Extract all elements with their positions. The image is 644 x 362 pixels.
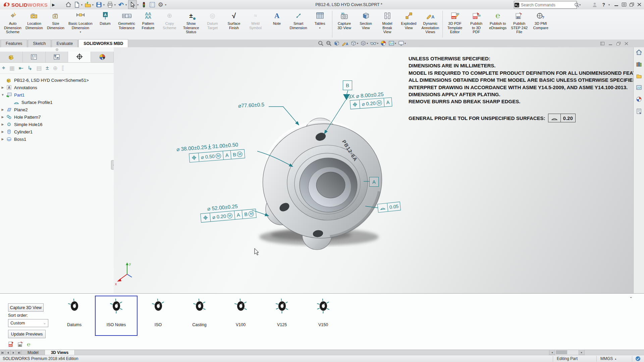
scrollbar-thumb[interactable] [556, 350, 567, 354]
rebuild-icon[interactable] [140, 1, 148, 9]
view-thumbnail-v150[interactable]: V150 [303, 296, 344, 336]
nav-prev-icon[interactable] [5, 350, 11, 355]
display-style-icon[interactable]: ▾ [360, 40, 368, 46]
capture-3d-view-button[interactable]: Capture 3D View [8, 303, 44, 312]
model-break-view-button[interactable]: ModelBreakView [377, 10, 398, 40]
hide-items-icon[interactable]: ▾ [370, 41, 378, 46]
tolerance-status-icon[interactable]: ± [46, 65, 49, 71]
print-icon[interactable] [106, 1, 114, 9]
scroll-right-icon[interactable]: ▸ [579, 350, 585, 355]
auto-dimension-icon[interactable]: ⌖ [2, 65, 5, 71]
view-palette-icon[interactable] [636, 85, 642, 92]
tree-item-part1[interactable]: ▼Part1 [0, 91, 114, 99]
show-tolerance-status-button[interactable]: ±◉ShowToleranceStatus [180, 10, 202, 40]
location-dimension-button[interactable]: xxxLocationDimension [23, 10, 45, 40]
edrawings-small-icon[interactable]: ℮ [27, 341, 30, 349]
save-icon[interactable] [95, 1, 103, 9]
basic-location-dimension-button[interactable]: Basic LocationDimension▾ [66, 10, 95, 40]
dynamic-annotation-views-button[interactable]: ADynamicAnnotationViews [420, 10, 441, 40]
dynamic-annotation-icon[interactable]: A [342, 40, 348, 46]
user-account-icon[interactable] [591, 1, 599, 8]
note-button[interactable]: ANote [266, 10, 288, 40]
dimxpert-tab-icon[interactable] [68, 52, 91, 62]
tree-expand-icon[interactable]: ▼ [0, 93, 5, 97]
undo-icon[interactable]: ↶ [117, 1, 125, 9]
minimize-button[interactable] [614, 2, 619, 8]
search-input[interactable] [520, 3, 574, 7]
tree-expand-icon[interactable]: ▶ [0, 137, 5, 141]
datum-a[interactable]: A [369, 177, 379, 187]
dimension-icon[interactable]: ⇤ [19, 65, 23, 72]
tab-evaluate[interactable]: Evaluate [52, 40, 78, 47]
panel-collapse-icon[interactable]: ⌄ [629, 294, 633, 299]
view-thumbnail-iso[interactable]: ISO [138, 296, 179, 336]
publish-to-3d-pdf-button[interactable]: PDF3DPublishto 3DPDF [466, 10, 487, 40]
dropdown-caret-icon[interactable]: ▾ [81, 3, 83, 6]
dropdown-caret-icon[interactable]: ▾ [114, 3, 116, 6]
new-document-icon[interactable] [73, 1, 81, 9]
split-window-button[interactable] [622, 2, 626, 8]
nav-last-icon[interactable] [16, 350, 21, 355]
view-thumbnail-casting[interactable]: Casting [179, 296, 220, 336]
search-icon[interactable] [574, 1, 579, 9]
doc-restore-icon[interactable] [616, 41, 621, 47]
pmi-compare-button[interactable]: ?3D PMICompare [530, 10, 551, 40]
dropdown-caret-icon[interactable]: ▾ [137, 3, 139, 6]
size-dimension-button[interactable]: -xxxSizeDimension [45, 10, 66, 40]
tree-item-hole-pattern7[interactable]: ▶Hole Pattern7 [0, 113, 114, 121]
edit-appearance-icon[interactable] [380, 40, 386, 46]
units-selector[interactable]: MMGS▴ [600, 356, 616, 361]
dropdown-caret-icon[interactable]: ▾ [125, 3, 127, 6]
tree-item-annotations[interactable]: ▶AAnnotations [0, 84, 114, 91]
tab-3d-views[interactable]: 3D Views [45, 350, 75, 355]
custom-properties-icon[interactable] [636, 108, 642, 116]
pdf-template-editor-button[interactable]: PDF3D3D PDFTemplateEditor [444, 10, 466, 40]
nav-first-icon[interactable] [0, 350, 5, 355]
view-orientation-icon[interactable]: ▾ [351, 40, 358, 46]
tree-item-plane2[interactable]: ▶Plane2 [0, 106, 114, 113]
close-button[interactable] [637, 2, 641, 8]
options-gear-icon[interactable]: ⚙ [157, 1, 165, 9]
datum-button[interactable]: ADatum [95, 10, 116, 40]
dropdown-caret-icon[interactable]: ▾ [165, 3, 166, 6]
displaymanager-tab-icon[interactable] [46, 52, 68, 62]
view-thumbnail-v100[interactable]: V100 [220, 296, 261, 336]
sort-order-select[interactable]: Custom⌄ [8, 319, 48, 327]
leader-icon[interactable]: ↳ [28, 65, 32, 72]
tab-model[interactable]: Model [21, 350, 45, 355]
tables-button[interactable]: Tables▾ [309, 10, 331, 40]
tab-features[interactable]: Features [1, 40, 27, 47]
zoom-fit-icon[interactable] [318, 40, 324, 46]
exploded-view-button[interactable]: ExplodedView [398, 10, 420, 40]
scroll-left-icon[interactable]: ◂ [549, 350, 555, 355]
view-settings-icon[interactable]: ▾ [398, 41, 406, 46]
apply-scene-icon[interactable]: ▾ [388, 41, 396, 46]
datum-b[interactable]: B [343, 80, 352, 90]
section-view-button[interactable]: SectionView [355, 10, 377, 40]
tree-expand-icon[interactable]: ▶ [0, 115, 5, 119]
geometric-tolerance-button[interactable]: 0.3GeometricTolerance [116, 10, 138, 40]
tree-expand-icon[interactable]: ▶ [0, 86, 5, 89]
hole-pattern-dimension[interactable]: 3X ⌀ 8.00±0.25 ⌀ 0.20MA [348, 91, 392, 110]
update-previews-button[interactable]: Update Previews [8, 330, 46, 338]
menu-expand-icon[interactable]: ▶ [52, 3, 55, 7]
capture-3d-view-button[interactable]: 3DCapture3D View [334, 10, 355, 40]
status-tag-icon[interactable] [635, 356, 641, 362]
doc-split-icon[interactable] [600, 41, 604, 47]
dropdown-caret-icon[interactable]: ▾ [92, 3, 94, 6]
taskpane-home-icon[interactable] [636, 49, 642, 57]
dropdown-caret-icon[interactable]: ▾ [103, 3, 105, 6]
home-icon[interactable] [64, 1, 72, 9]
auto-dimension-scheme-button[interactable]: ⌖ϟAutoDimensionScheme [2, 10, 23, 40]
featuremanager-tab-icon[interactable] [23, 52, 46, 62]
publish-to-edrawings-button[interactable]: ℮Publish toeDrawings [487, 10, 508, 40]
publish-step-242-button[interactable]: STEPPublishSTEP 242File [508, 10, 530, 40]
zoom-area-icon[interactable] [326, 40, 332, 46]
surface-finish-button[interactable]: √SurfaceFinish [223, 10, 245, 40]
tree-expand-icon[interactable]: ▶ [0, 123, 5, 126]
view-thumbnail-v125[interactable]: V125 [261, 296, 303, 336]
tree-item-simple-hole16[interactable]: ▶Simple Hole16 [0, 121, 114, 128]
pattern-feature-button[interactable]: AAAAPatternFeature [138, 10, 159, 40]
step-small-icon[interactable]: STEP [17, 341, 23, 349]
help-caret-icon[interactable]: ▾ [608, 3, 610, 6]
